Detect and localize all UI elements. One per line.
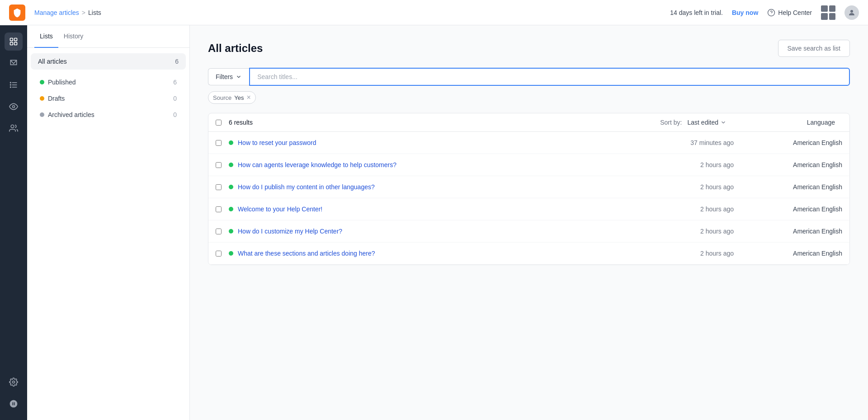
svg-point-2 <box>850 10 853 13</box>
row-checkbox-2[interactable] <box>216 184 222 190</box>
sort-by-label: Sort by: <box>660 119 682 126</box>
language-0: American English <box>761 139 842 146</box>
article-title-2[interactable]: How do I publish my content in other lan… <box>238 183 643 191</box>
status-dot-0 <box>229 140 233 145</box>
filter-tags: Source Yes × <box>208 91 850 104</box>
edited-time-5: 2 hours ago <box>643 250 734 257</box>
svg-rect-6 <box>14 42 17 45</box>
article-title-1[interactable]: How can agents leverage knowledge to hel… <box>238 161 643 168</box>
sidebar-icon-articles[interactable] <box>5 33 23 51</box>
edited-time-4: 2 hours ago <box>643 228 734 235</box>
drafts-item[interactable]: Drafts 0 <box>34 91 182 106</box>
drafts-count: 0 <box>173 95 177 102</box>
table-row[interactable]: How can agents leverage knowledge to hel… <box>208 154 849 176</box>
row-checkbox-5[interactable] <box>216 251 222 257</box>
sidebar-icons <box>0 25 27 420</box>
svg-point-15 <box>13 381 15 383</box>
svg-rect-4 <box>14 38 17 41</box>
status-dot-5 <box>229 251 233 256</box>
article-title-0[interactable]: How to reset your password <box>238 139 643 146</box>
avatar[interactable] <box>844 5 859 20</box>
published-item[interactable]: Published 6 <box>34 75 182 89</box>
topnav-right: 14 days left in trial. Buy now Help Cent… <box>670 5 859 20</box>
filter-val-yes: Yes <box>234 94 244 101</box>
logo <box>9 5 25 21</box>
all-articles-item[interactable]: All articles 6 <box>31 53 186 70</box>
table-row[interactable]: What are these sections and articles doi… <box>208 243 849 265</box>
results-count: 6 results <box>229 119 660 126</box>
edited-time-1: 2 hours ago <box>643 161 734 168</box>
sidebar-icon-eye[interactable] <box>5 98 23 116</box>
status-dot-4 <box>229 229 233 233</box>
status-dot-2 <box>229 185 233 189</box>
row-checkbox-1[interactable] <box>216 162 222 168</box>
drafts-dot <box>40 96 44 101</box>
language-3: American English <box>761 205 842 213</box>
sidebar-icon-list[interactable] <box>5 76 23 94</box>
edited-time-0: 37 minutes ago <box>643 139 734 146</box>
sidebar-icon-users[interactable] <box>5 119 23 137</box>
main-content: All articles Save search as list Filters… <box>190 25 868 420</box>
article-title-3[interactable]: Welcome to your Help Center! <box>238 205 643 213</box>
language-2: American English <box>761 183 842 191</box>
breadcrumb-separator: > <box>82 9 85 16</box>
left-panel-content: All articles 6 Published 6 Drafts 0 <box>27 48 189 127</box>
article-title-4[interactable]: How do I customize my Help Center? <box>238 228 643 235</box>
sort-value: Last edited <box>688 119 719 126</box>
article-rows: How to reset your password 37 minutes ag… <box>208 132 849 265</box>
trial-text: 14 days left in trial. <box>670 9 723 16</box>
filter-key-source: Source <box>213 94 231 101</box>
published-label: Published <box>48 79 76 86</box>
svg-point-10 <box>10 82 11 83</box>
all-articles-count: 6 <box>175 58 179 65</box>
table-row[interactable]: How to reset your password 37 minutes ag… <box>208 132 849 154</box>
archived-item[interactable]: Archived articles 0 <box>34 107 182 122</box>
all-articles-label: All articles <box>38 58 67 65</box>
help-center-button[interactable]: Help Center <box>767 9 812 17</box>
sidebar-icon-zendesk[interactable] <box>5 395 23 413</box>
page-title: All articles <box>208 42 263 55</box>
tab-lists[interactable]: Lists <box>34 25 58 48</box>
table-row[interactable]: How do I publish my content in other lan… <box>208 176 849 198</box>
search-input[interactable] <box>249 68 850 86</box>
sub-items-list: Published 6 Drafts 0 Archived articles 0 <box>31 75 186 122</box>
topnav: Manage articles > Lists 14 days left in … <box>0 0 868 25</box>
main-header: All articles Save search as list <box>208 40 850 57</box>
left-panel: Lists History All articles 6 Published 6… <box>27 25 190 420</box>
breadcrumb-current: Lists <box>88 9 101 16</box>
row-checkbox-0[interactable] <box>216 140 222 146</box>
tab-history[interactable]: History <box>58 25 89 48</box>
sort-area[interactable]: Sort by: Last edited <box>660 119 726 126</box>
svg-rect-5 <box>10 42 13 45</box>
drafts-label: Drafts <box>48 95 65 102</box>
published-dot <box>40 80 44 84</box>
row-checkbox-4[interactable] <box>216 229 222 234</box>
svg-point-12 <box>10 87 11 88</box>
breadcrumb-manage-link[interactable]: Manage articles <box>34 9 79 16</box>
table-row[interactable]: Welcome to your Help Center! 2 hours ago… <box>208 198 849 220</box>
edited-time-2: 2 hours ago <box>643 183 734 191</box>
svg-point-13 <box>13 106 15 108</box>
buy-now-link[interactable]: Buy now <box>732 9 758 16</box>
help-center-label: Help Center <box>778 9 812 16</box>
article-title-5[interactable]: What are these sections and articles doi… <box>238 250 643 257</box>
status-dot-3 <box>229 207 233 211</box>
filter-tag-source: Source Yes × <box>208 91 256 104</box>
left-panel-tabs: Lists History <box>27 25 189 48</box>
filters-button[interactable]: Filters <box>208 68 249 85</box>
sidebar-icon-inbox[interactable] <box>5 54 23 72</box>
results-table: 6 results Sort by: Last edited Language … <box>208 113 850 265</box>
language-column-header: Language <box>754 119 835 126</box>
select-all-checkbox[interactable] <box>216 120 222 126</box>
sidebar-icon-settings[interactable] <box>5 373 23 391</box>
language-1: American English <box>761 161 842 168</box>
filter-remove-source[interactable]: × <box>246 94 250 101</box>
svg-rect-3 <box>10 38 13 41</box>
apps-icon[interactable] <box>821 5 835 20</box>
language-5: American English <box>761 250 842 257</box>
row-checkbox-3[interactable] <box>216 206 222 212</box>
published-count: 6 <box>173 79 177 86</box>
table-row[interactable]: How do I customize my Help Center? 2 hou… <box>208 220 849 243</box>
save-search-button[interactable]: Save search as list <box>778 40 850 57</box>
filters-label: Filters <box>216 73 233 80</box>
